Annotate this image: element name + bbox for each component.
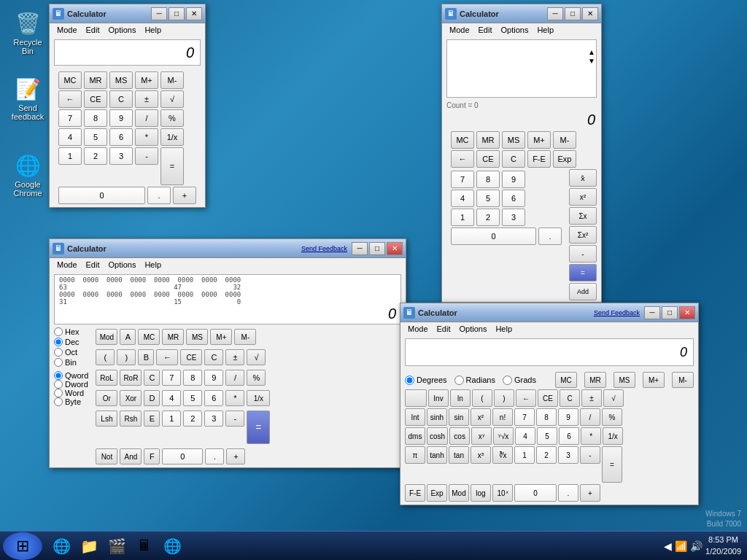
degrees-radio[interactable]: Degrees: [405, 372, 447, 388]
calc2-dot[interactable]: .: [538, 228, 562, 245]
c-button[interactable]: C: [109, 90, 133, 108]
sci-inv[interactable]: Inv: [428, 389, 449, 407]
prog-sqrt[interactable]: √: [247, 349, 266, 365]
taskbar-explorer-icon[interactable]: 📁: [76, 533, 102, 559]
dword-radio[interactable]: Dword: [54, 380, 88, 389]
hex-radio[interactable]: Hex: [54, 327, 88, 336]
sci-5[interactable]: 5: [537, 427, 557, 445]
sci-8[interactable]: 8: [536, 408, 557, 426]
prog-sign[interactable]: ±: [225, 349, 244, 365]
calc4-maximize[interactable]: □: [662, 306, 678, 319]
prog-xor[interactable]: Xor: [120, 390, 142, 406]
prog-not[interactable]: Not: [96, 448, 117, 464]
tray-arrow[interactable]: ◀: [664, 540, 672, 552]
tray-vol-icon[interactable]: 🔊: [690, 540, 703, 552]
sqrt-button[interactable]: √: [160, 90, 184, 108]
prog-1[interactable]: 1: [162, 411, 181, 427]
calc2-9[interactable]: 9: [502, 171, 525, 188]
ce-button[interactable]: CE: [84, 90, 107, 108]
calc2-add[interactable]: Add: [569, 283, 597, 300]
calc2-mplus[interactable]: M+: [527, 131, 551, 149]
prog-2[interactable]: 2: [183, 411, 202, 427]
sci-sinh[interactable]: sinh: [427, 408, 447, 426]
calc4-menu-mode[interactable]: Mode: [403, 324, 433, 334]
calc4-menu-help[interactable]: Help: [491, 324, 516, 334]
prog-mc[interactable]: MC: [138, 329, 160, 345]
eq-button[interactable]: =: [160, 147, 184, 185]
calc2-6[interactable]: 6: [502, 190, 525, 207]
sci-9[interactable]: 9: [558, 408, 578, 426]
byte-radio[interactable]: Byte: [54, 397, 88, 406]
prog-7[interactable]: 7: [162, 370, 181, 386]
prog-lsh[interactable]: Lsh: [96, 411, 117, 427]
prog-5[interactable]: 5: [183, 390, 202, 406]
calc2-menu-options[interactable]: Options: [497, 25, 533, 35]
prog-0[interactable]: 0: [162, 448, 203, 464]
prog-back[interactable]: ←: [156, 349, 178, 365]
btn-3[interactable]: 3: [109, 147, 133, 165]
sci-eq[interactable]: =: [602, 446, 622, 483]
calc2-1[interactable]: 1: [451, 209, 474, 226]
prog-c[interactable]: C: [204, 349, 223, 365]
sci-cos[interactable]: cos: [449, 427, 470, 445]
sci-ce[interactable]: CE: [538, 389, 558, 407]
calc2-ms[interactable]: MS: [502, 131, 525, 149]
btn-5[interactable]: 5: [84, 128, 107, 146]
sci-sin[interactable]: sin: [449, 408, 469, 426]
prog-and[interactable]: And: [120, 448, 142, 464]
sci-mminus[interactable]: M-: [672, 372, 694, 388]
calc2-menu-help[interactable]: Help: [533, 25, 558, 35]
sci-6[interactable]: 6: [559, 427, 579, 445]
bin-radio[interactable]: Bin: [54, 358, 88, 367]
calc2-0[interactable]: 0: [451, 228, 536, 245]
calc2-2[interactable]: 2: [476, 209, 500, 226]
pct-button[interactable]: %: [160, 109, 184, 127]
sci-sqrt[interactable]: √: [603, 389, 624, 407]
prog-rsh[interactable]: Rsh: [120, 411, 142, 427]
send-feedback-link[interactable]: Send Feedback: [301, 245, 347, 252]
sci-rparen[interactable]: ): [494, 389, 514, 407]
prog-3[interactable]: 3: [204, 411, 223, 427]
prog-9[interactable]: 9: [204, 370, 223, 386]
prog-ms[interactable]: MS: [186, 329, 208, 345]
sci-cosh[interactable]: cosh: [427, 427, 448, 445]
taskbar-ie-icon[interactable]: 🌐: [48, 533, 74, 559]
div-button[interactable]: /: [135, 109, 158, 127]
sci-cbrt[interactable]: ∛x: [492, 446, 513, 464]
calc2-sign[interactable]: -: [569, 245, 597, 262]
prog-e[interactable]: E: [144, 411, 160, 427]
calc2-5[interactable]: 5: [476, 190, 500, 207]
dot-button[interactable]: .: [147, 187, 171, 204]
prog-pct[interactable]: %: [247, 370, 266, 386]
sci-exp[interactable]: Exp: [427, 484, 447, 502]
word-radio[interactable]: Word: [54, 389, 88, 397]
prog-d[interactable]: D: [144, 390, 160, 406]
calc2-back[interactable]: ←: [451, 150, 474, 168]
prog-mr[interactable]: MR: [162, 329, 184, 345]
calc2-menu-edit[interactable]: Edit: [474, 25, 497, 35]
calc2-3[interactable]: 3: [502, 209, 525, 226]
sci-3[interactable]: 3: [558, 446, 578, 464]
calc3-menu-options[interactable]: Options: [104, 260, 141, 270]
calc4-menu-edit[interactable]: Edit: [433, 324, 455, 334]
sci-yrootx[interactable]: ʸ√x: [493, 427, 514, 445]
btn-7[interactable]: 7: [58, 109, 82, 127]
calc2-exp[interactable]: Exp: [553, 150, 576, 168]
prog-dot[interactable]: .: [205, 448, 224, 464]
btn-6[interactable]: 6: [109, 128, 133, 146]
sci-mplus[interactable]: M+: [643, 372, 665, 388]
mc-button[interactable]: MC: [58, 71, 82, 89]
calc2-xbar[interactable]: x̄: [569, 169, 597, 187]
btn-8[interactable]: 8: [84, 109, 107, 127]
taskbar-calc-icon[interactable]: 🖩: [131, 533, 158, 559]
calc2-x2[interactable]: x²: [569, 188, 597, 206]
calc2-7[interactable]: 7: [451, 171, 474, 188]
calc3-menu-help[interactable]: Help: [140, 260, 166, 270]
calc2-maximize[interactable]: □: [565, 7, 581, 20]
btn-4[interactable]: 4: [58, 128, 82, 146]
taskbar-chrome-icon[interactable]: 🌐: [159, 533, 185, 559]
mminus-button[interactable]: M-: [160, 71, 184, 89]
sci-1[interactable]: 1: [514, 446, 535, 464]
taskbar-media-icon[interactable]: 🎬: [104, 533, 130, 559]
prog-inv[interactable]: 1/x: [247, 390, 270, 406]
